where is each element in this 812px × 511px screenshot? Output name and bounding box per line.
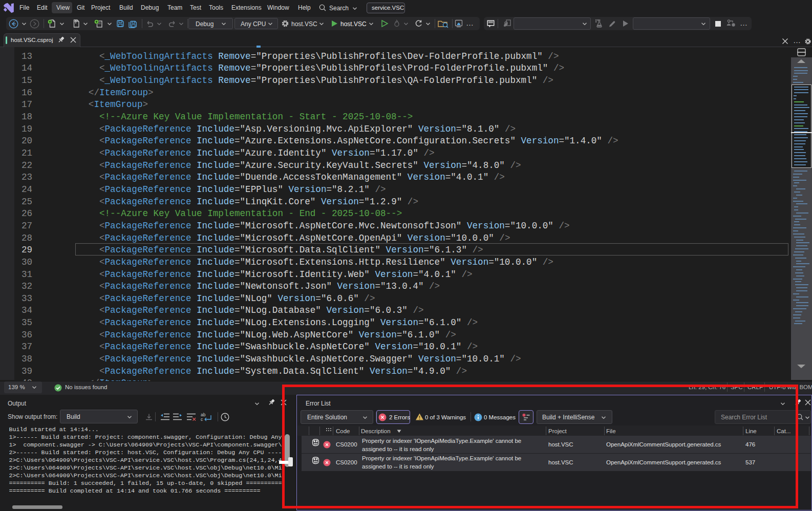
svg-text:c: c [201,417,203,422]
